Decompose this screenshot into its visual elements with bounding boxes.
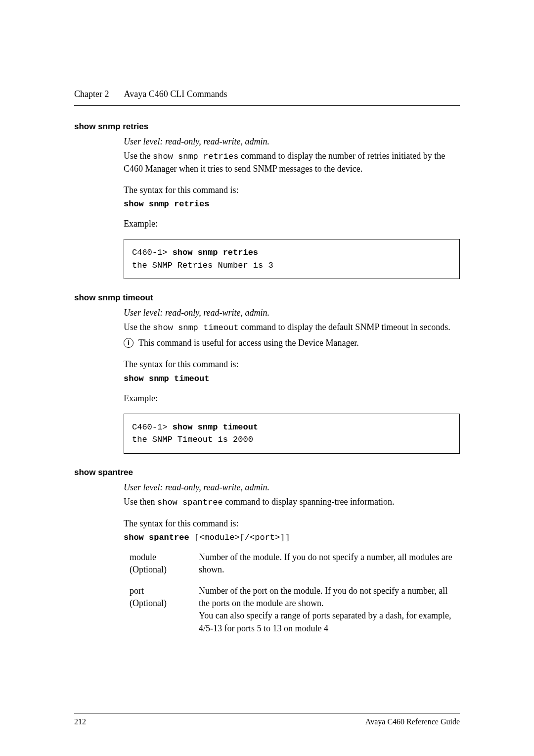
page-header: Chapter 2 Avaya C460 CLI Commands: [74, 89, 460, 99]
example-label: Example:: [124, 218, 460, 230]
code-line-1: C460-1> show snmp retries: [132, 246, 451, 259]
code-output: the SNMP Retries Number is 3: [132, 259, 451, 272]
intro-command: show snmp retries: [153, 152, 238, 161]
syntax-command: show snmp timeout: [124, 374, 460, 383]
code-command: show snmp retries: [173, 248, 258, 257]
syntax-line: show spantree [<module>[/<port>]]: [124, 533, 460, 542]
code-output: the SNMP Timeout is 2000: [132, 433, 451, 446]
param-name-cell: port (Optional): [130, 585, 199, 635]
example-label: Example:: [124, 392, 460, 405]
code-line-1: C460-1> show snmp timeout: [132, 421, 451, 434]
header-divider: [74, 105, 460, 106]
param-desc: Number of the module. If you do not spec…: [199, 551, 460, 576]
param-row: module (Optional) Number of the module. …: [130, 551, 460, 576]
parameter-table: module (Optional) Number of the module. …: [130, 551, 460, 635]
code-prompt: C460-1>: [132, 423, 173, 432]
page-number: 212: [74, 717, 86, 726]
code-prompt: C460-1>: [132, 248, 173, 257]
footer-divider: [74, 713, 460, 713]
param-desc: Number of the port on the module. If you…: [199, 585, 460, 635]
code-example-box: C460-1> show snmp timeout the SNMP Timeo…: [124, 414, 460, 454]
chapter-title: Avaya C460 CLI Commands: [124, 89, 227, 99]
syntax-command: show snmp retries: [124, 199, 460, 209]
code-command: show snmp timeout: [173, 423, 258, 432]
section-heading-snmp-retries: show snmp retries: [74, 122, 460, 132]
section-heading-spantree: show spantree: [74, 468, 460, 477]
param-name: module: [130, 552, 156, 562]
intro-paragraph: Use the show snmp retries command to dis…: [124, 150, 460, 175]
param-name: port: [130, 586, 144, 596]
param-optional: (Optional): [130, 598, 167, 608]
section-heading-snmp-timeout: show snmp timeout: [74, 293, 460, 303]
info-note-row: i This command is useful for access usin…: [124, 337, 460, 349]
param-row: port (Optional) Number of the port on th…: [130, 585, 460, 635]
info-note-text: This command is useful for access using …: [138, 337, 359, 349]
page-footer: 212 Avaya C460 Reference Guide: [74, 713, 460, 726]
intro-command: show spantree: [157, 498, 223, 507]
syntax-label: The syntax for this command is:: [124, 184, 460, 196]
syntax-command: show spantree: [124, 533, 189, 542]
intro-paragraph: Use the show snmp timeout command to dis…: [124, 321, 460, 334]
syntax-args: [<module>[/<port>]]: [189, 533, 290, 542]
user-level-text: User level: read-only, read-write, admin…: [124, 482, 460, 493]
intro-command: show snmp timeout: [153, 323, 238, 332]
param-optional: (Optional): [130, 565, 167, 574]
intro-suffix: command to display the default SNMP time…: [238, 322, 450, 332]
intro-prefix: Use the: [124, 322, 153, 332]
footer-doc-title: Avaya C460 Reference Guide: [365, 717, 460, 726]
code-example-box: C460-1> show snmp retries the SNMP Retri…: [124, 239, 460, 279]
user-level-text: User level: read-only, read-write, admin…: [124, 137, 460, 147]
chapter-number: Chapter 2: [74, 89, 109, 99]
param-name-cell: module (Optional): [130, 551, 199, 576]
intro-suffix: command to display spanning-tree informa…: [223, 497, 395, 507]
intro-paragraph: Use then show spantree command to displa…: [124, 496, 460, 509]
user-level-text: User level: read-only, read-write, admin…: [124, 308, 460, 318]
intro-prefix: Use the: [124, 151, 153, 161]
info-icon: i: [124, 338, 134, 348]
syntax-label: The syntax for this command is:: [124, 358, 460, 371]
intro-prefix: Use then: [124, 497, 157, 507]
syntax-label: The syntax for this command is:: [124, 518, 460, 530]
